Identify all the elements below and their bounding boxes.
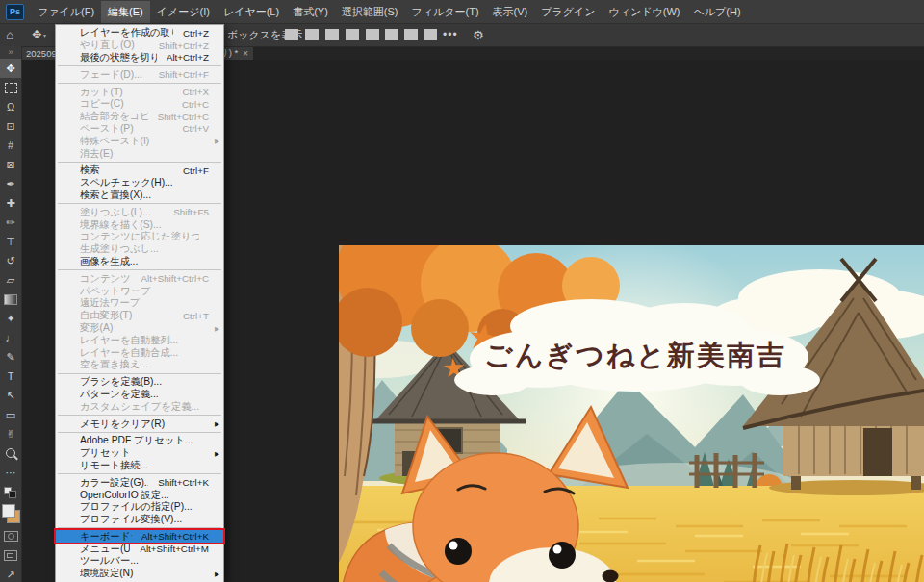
foreground-color-swatch[interactable]	[2, 504, 15, 518]
menu-item[interactable]: 環境設定(N)▶	[56, 568, 223, 580]
eraser-tool[interactable]: ▱	[0, 270, 21, 290]
healing-brush-tool[interactable]: ✚	[0, 193, 21, 213]
menu-item: 遠近法ワープ	[56, 297, 223, 310]
menu-item[interactable]: プロファイル変換(V)...	[56, 514, 223, 526]
menubar-item[interactable]: 編集(E)	[101, 1, 150, 23]
submenu-arrow-icon: ▶	[215, 325, 219, 333]
menu-item[interactable]: OpenColorIO 設定...	[56, 489, 223, 501]
align-center-vertical-icon[interactable]	[385, 29, 398, 40]
align-left-icon[interactable]	[285, 29, 298, 40]
tools-panel: » ✥Ω⊡#⊠✒✚✏⊤↺▱✦♩✎T↖▭✌⋯ ↗	[0, 46, 22, 582]
zoom-tool[interactable]	[0, 443, 21, 463]
menu-item: カスタムシェイプを定義...	[56, 400, 223, 413]
tab-title-left: 202509	[26, 48, 57, 59]
menu-item[interactable]: 検索Ctrl+F	[56, 164, 223, 177]
crop-tool[interactable]: #	[0, 136, 21, 155]
object-selection-tool[interactable]: ⊡	[0, 116, 21, 136]
menu-item[interactable]: メニュー(U)...Alt+Shift+Ctrl+M	[56, 543, 223, 555]
quick-mask-icon[interactable]	[0, 526, 21, 545]
menu-item[interactable]: 画像を生成...	[56, 256, 223, 268]
submenu-arrow-icon: ▶	[215, 570, 219, 578]
menu-item[interactable]: プロファイルの指定(P)...	[56, 501, 223, 514]
menubar-item[interactable]: ウィンドウ(W)	[603, 1, 687, 23]
menu-separator	[58, 83, 221, 84]
edit-toolbar-ellipsis[interactable]: ⋯	[0, 463, 21, 482]
chevron-down-icon: ▾	[43, 32, 46, 38]
edit-menu-items: レイヤーを作成の取り消し(O)Ctrl+Zやり直し(O)Shift+Ctrl+Z…	[56, 27, 223, 580]
submenu-arrow-icon: ▶	[215, 138, 219, 145]
menu-item: 結合部分をコピー(Y)Shift+Ctrl+C	[56, 111, 223, 123]
menu-item[interactable]: パターンを定義...	[56, 389, 223, 401]
menu-separator	[58, 527, 221, 528]
blur-tool[interactable]: ✦	[0, 309, 21, 328]
brush-tool[interactable]: ✏	[0, 213, 21, 232]
menu-item[interactable]: レイヤーを作成の取り消し(O)Ctrl+Z	[56, 27, 223, 39]
menubar-item[interactable]: 表示(V)	[486, 1, 535, 23]
move-tool-icon: ✥	[32, 28, 41, 41]
align-right-icon[interactable]	[325, 29, 339, 40]
menu-item[interactable]: 検索と置換(X)...	[56, 190, 223, 202]
distribute-horizontal-icon[interactable]	[346, 29, 359, 40]
menu-item[interactable]: メモリをクリア(R)▶	[56, 418, 223, 430]
close-icon[interactable]: ×	[243, 48, 248, 59]
menu-item[interactable]: Adobe PDF プリセット...	[56, 435, 223, 447]
menu-item[interactable]: キーボードショートカット...Alt+Shift+Ctrl+K	[56, 530, 223, 543]
menu-separator	[58, 65, 221, 66]
menu-item: 特殊ペースト(I)▶	[56, 135, 223, 147]
menu-item[interactable]: ブラシを定義(B)...	[56, 376, 223, 389]
distribute-vertical-icon[interactable]	[424, 29, 437, 40]
frame-tool[interactable]: ⊠	[0, 155, 21, 174]
menubar-item[interactable]: ファイル(F)	[31, 1, 101, 23]
menubar-item[interactable]: プラグイン	[534, 1, 602, 23]
clone-stamp-tool[interactable]: ⊤	[0, 232, 21, 251]
pen-tool[interactable]: ✎	[0, 347, 21, 367]
menu-item[interactable]: スペルチェック(H)...	[56, 177, 223, 190]
menu-item: パペットワープ	[56, 285, 223, 297]
menu-item[interactable]: リモート接続...	[56, 460, 223, 472]
history-brush-tool[interactable]: ↺	[0, 251, 21, 270]
menu-item[interactable]: カラー設定(G)...Shift+Ctrl+K	[56, 476, 223, 489]
default-colors-icon[interactable]	[0, 482, 21, 501]
screen-mode-icon[interactable]	[0, 545, 21, 565]
menubar-item[interactable]: ヘルプ(H)	[687, 1, 748, 23]
edit-menu-dropdown: レイヤーを作成の取り消し(O)Ctrl+Zやり直し(O)Shift+Ctrl+Z…	[55, 24, 224, 582]
menu-item: コンテンツに応じて拡大・縮小Alt+Shift+Ctrl+C	[56, 272, 223, 285]
menu-item: やり直し(O)Shift+Ctrl+Z	[56, 39, 223, 52]
menubar-item[interactable]: イメージ(I)	[150, 1, 217, 23]
align-bottom-icon[interactable]	[404, 29, 418, 40]
path-selection-tool[interactable]: ↖	[0, 386, 21, 405]
photoshop-logo[interactable]: Ps	[6, 4, 24, 20]
menu-separator	[58, 162, 221, 163]
share-icon[interactable]: ↗	[0, 565, 21, 582]
menu-item: コピー(C)Ctrl+C	[56, 98, 223, 111]
menu-item: 空を置き換え...	[56, 359, 223, 371]
collapse-panel-icon[interactable]: »	[0, 46, 21, 59]
dodge-tool[interactable]: ♩	[0, 328, 21, 347]
home-icon[interactable]: ⌂	[6, 23, 13, 46]
menu-item[interactable]: ツールバー...	[56, 555, 223, 568]
menubar-item[interactable]: 書式(Y)	[286, 1, 335, 23]
menu-item: 変形(A)▶	[56, 322, 223, 335]
hand-tool[interactable]: ✌	[0, 424, 21, 443]
shape-tool[interactable]: ▭	[0, 405, 21, 424]
eyedropper-tool[interactable]: ✒	[0, 174, 21, 193]
gear-icon[interactable]: ⚙	[473, 23, 484, 46]
marquee-tool[interactable]	[0, 78, 21, 97]
menu-separator	[58, 415, 221, 416]
menubar-item[interactable]: レイヤー(L)	[217, 1, 286, 23]
menu-item[interactable]: 最後の状態を切り替えAlt+Ctrl+Z	[56, 52, 223, 64]
align-top-icon[interactable]	[366, 29, 379, 40]
type-tool[interactable]: T	[0, 367, 21, 386]
align-center-horizontal-icon[interactable]	[305, 29, 319, 40]
gradient-tool[interactable]	[0, 290, 21, 309]
lasso-tool[interactable]: Ω	[0, 97, 21, 116]
move-tool[interactable]: ✥	[0, 59, 21, 78]
more-options-icon[interactable]: •••	[443, 23, 458, 46]
menu-bar: Ps ファイル(F)編集(E)イメージ(I)レイヤー(L)書式(Y)選択範囲(S…	[0, 0, 924, 24]
document-image[interactable]: ごんぎつねと新美南吉	[339, 245, 924, 582]
move-tool-indicator[interactable]: ✥ ▾	[32, 23, 46, 46]
menubar-item[interactable]: フィルター(T)	[404, 1, 485, 23]
align-icons-group	[285, 23, 359, 46]
menu-item[interactable]: プリセット▶	[56, 447, 223, 460]
menubar-item[interactable]: 選択範囲(S)	[335, 1, 405, 23]
